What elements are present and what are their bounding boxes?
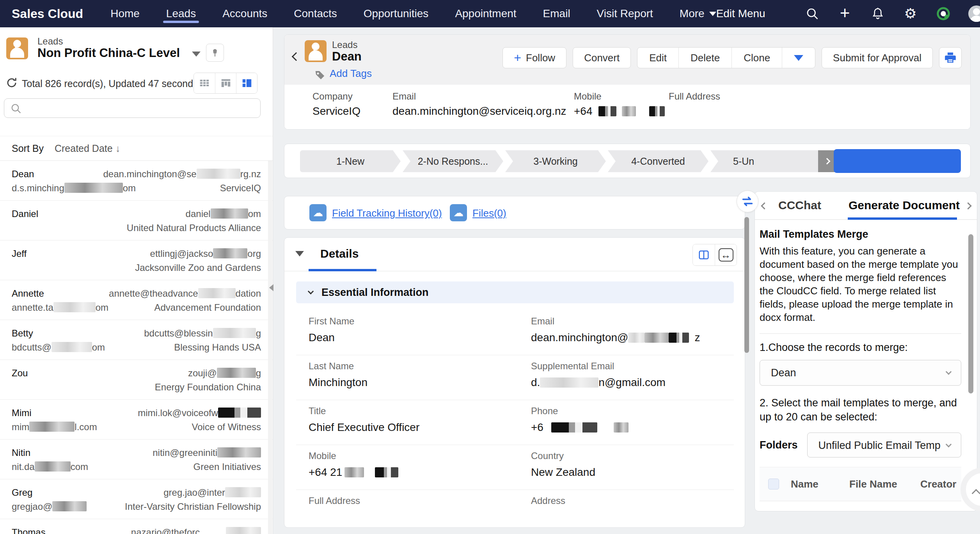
- clone-button[interactable]: Clone: [731, 48, 782, 68]
- delete-button[interactable]: Delete: [678, 48, 731, 68]
- chevron-down-icon: [946, 369, 952, 375]
- more-actions-button[interactable]: [782, 48, 815, 68]
- nav-item-appointment[interactable]: Appointment: [455, 0, 516, 27]
- record-summary-row: Company ServiceIQ Email dean.minchington…: [284, 85, 970, 129]
- record-object-label: Leads: [332, 39, 357, 50]
- list-item-annette[interactable]: Annette annette@theadvancedation annette…: [0, 280, 273, 320]
- gear-icon[interactable]: ⚙: [903, 6, 918, 21]
- sort-field-button[interactable]: Created Date ↓: [55, 143, 120, 154]
- app-window: Sales Cloud Home Leads Accounts Contacts…: [0, 0, 980, 534]
- field-tracking-history-link[interactable]: Field Tracking History(0): [332, 207, 442, 219]
- stage-4-converted[interactable]: 4-Converted: [608, 150, 708, 172]
- redacted-text: [51, 342, 92, 352]
- swap-horizontal-icon: [741, 195, 754, 208]
- list-item-mimi[interactable]: Mimi mimi.lok@voiceofw miml.com Voice of…: [0, 400, 273, 440]
- redacted-text: [213, 328, 256, 338]
- column-layout-button[interactable]: [693, 244, 715, 265]
- list-item-greg[interactable]: Greg greg.jao@inter gregjao@ Inter-Varsi…: [0, 479, 273, 519]
- nav-utilities: Edit Menu + ⚙: [716, 5, 980, 22]
- columns-icon: [698, 249, 710, 261]
- list-item-daniel[interactable]: Daniel danielom United Natural Products …: [0, 201, 273, 240]
- convert-button[interactable]: Convert: [573, 47, 631, 68]
- redacted-text: [598, 106, 616, 116]
- print-button[interactable]: [939, 47, 962, 68]
- nav-item-opportunities[interactable]: Opportunities: [364, 0, 429, 27]
- templates-table-header: Name File Name Creator: [760, 467, 961, 501]
- redacted-text: [197, 169, 240, 179]
- user-avatar[interactable]: [968, 5, 980, 22]
- plus-icon[interactable]: +: [837, 6, 853, 21]
- search-input[interactable]: [25, 100, 256, 116]
- nav-item-accounts[interactable]: Accounts: [222, 0, 267, 27]
- edit-button[interactable]: Edit: [637, 48, 678, 68]
- stage-1-new[interactable]: 1-New: [300, 150, 401, 172]
- split-view-button[interactable]: [236, 73, 257, 93]
- redacted-text: [225, 487, 261, 497]
- refresh-icon[interactable]: [5, 77, 19, 90]
- main-scrollbar-thumb[interactable]: [744, 217, 749, 353]
- edit-menu-button[interactable]: Edit Menu: [716, 7, 765, 20]
- field-tracking-history-icon: ☁: [309, 204, 327, 221]
- pin-view-button[interactable]: [206, 44, 224, 62]
- list-item-betty[interactable]: Betty bdcutts@blessing bdcutts@om Blessi…: [0, 320, 273, 360]
- sidebar-scrollbar[interactable]: [268, 161, 272, 534]
- nav-item-home[interactable]: Home: [110, 0, 140, 27]
- field-title: Title Chief Executive Officer: [296, 400, 518, 445]
- record-select[interactable]: Dean: [760, 360, 961, 386]
- redacted-text: [35, 461, 71, 472]
- nav-item-contacts[interactable]: Contacts: [294, 0, 337, 27]
- panel-swap-button[interactable]: [737, 190, 758, 212]
- details-tab[interactable]: Details: [320, 247, 359, 260]
- details-card: Details ↔ Essential Information First Na…: [284, 237, 745, 528]
- record-actions: + Follow Convert Edit Delete Clone Submi…: [502, 47, 962, 68]
- stage-path-card: 1-New 2-No Respons... 3-Working 4-Conver…: [284, 144, 971, 178]
- nav-item-visit-report[interactable]: Visit Report: [597, 0, 653, 27]
- headset-icon[interactable]: [936, 6, 951, 21]
- tab-generate-document[interactable]: Generate Document: [849, 199, 960, 212]
- back-icon[interactable]: [292, 52, 301, 61]
- bell-icon[interactable]: [870, 6, 886, 21]
- tab-ccchat[interactable]: CCChat: [778, 199, 821, 212]
- kanban-view-button[interactable]: [215, 73, 236, 93]
- list-item-thomas[interactable]: Thomas nazario@theforc..........: [0, 519, 273, 534]
- redacted-text: [628, 333, 644, 343]
- select-all-checkbox[interactable]: [768, 479, 779, 490]
- sort-direction-icon: ↓: [115, 143, 121, 154]
- table-view-button[interactable]: [194, 73, 215, 93]
- view-selector-chevron-icon[interactable]: [192, 52, 201, 57]
- top-nav: Sales Cloud Home Leads Accounts Contacts…: [0, 0, 980, 27]
- stage-2-no-response[interactable]: 2-No Respons...: [403, 150, 503, 172]
- stage-5-unconverted[interactable]: 5-Un: [710, 150, 827, 172]
- list-item-dean[interactable]: Dean dean.minchington@serg.nz d.s.minchi…: [0, 161, 273, 201]
- nav-item-email[interactable]: Email: [543, 0, 570, 27]
- nav-item-leads[interactable]: Leads: [166, 0, 196, 27]
- list-item-jeff[interactable]: Jeff ettlingj@jacksoorg Jacksonville Zoo…: [0, 240, 273, 280]
- redacted-text: [211, 208, 248, 219]
- leads-list-panel: ? Leads Non Profit China-C Level Total 8…: [0, 27, 273, 534]
- redacted-text: [344, 467, 364, 477]
- panel-scroll-right-icon[interactable]: [964, 202, 971, 209]
- panel-scroll-left-icon[interactable]: [761, 202, 768, 209]
- email-label: Email: [392, 91, 416, 102]
- panel-scrollbar-thumb[interactable]: [968, 234, 973, 393]
- collapse-details-icon[interactable]: [295, 251, 304, 256]
- redacted-text: [213, 248, 247, 258]
- redacted-text: [29, 422, 75, 432]
- redacted-text: [644, 333, 669, 343]
- search-icon[interactable]: [804, 6, 820, 21]
- sidebar-collapse-handle[interactable]: [269, 284, 273, 291]
- list-item-nitin[interactable]: Nitin nitin@greeniniti nit.dacom Green I…: [0, 440, 273, 479]
- folder-select[interactable]: Unfiled Public Email Templat: [807, 433, 961, 457]
- submit-for-approval-button[interactable]: Submit for Approval: [822, 47, 933, 68]
- files-link[interactable]: Files(0): [472, 207, 506, 219]
- nav-item-more[interactable]: More: [680, 0, 716, 27]
- stage-action-button[interactable]: [834, 149, 961, 173]
- add-tags-link[interactable]: Add Tags: [330, 68, 372, 80]
- list-item-zou[interactable]: Zou zouji@g Energy Foundation China: [0, 360, 273, 400]
- essential-information-section-header[interactable]: Essential Information: [296, 281, 734, 303]
- panel-description: With this feature, you can generate a do…: [760, 244, 961, 324]
- list-view-title[interactable]: Non Profit China-C Level: [37, 46, 180, 60]
- expand-width-button[interactable]: ↔: [715, 244, 737, 265]
- follow-button[interactable]: + Follow: [502, 47, 566, 68]
- stage-3-working[interactable]: 3-Working: [505, 150, 606, 172]
